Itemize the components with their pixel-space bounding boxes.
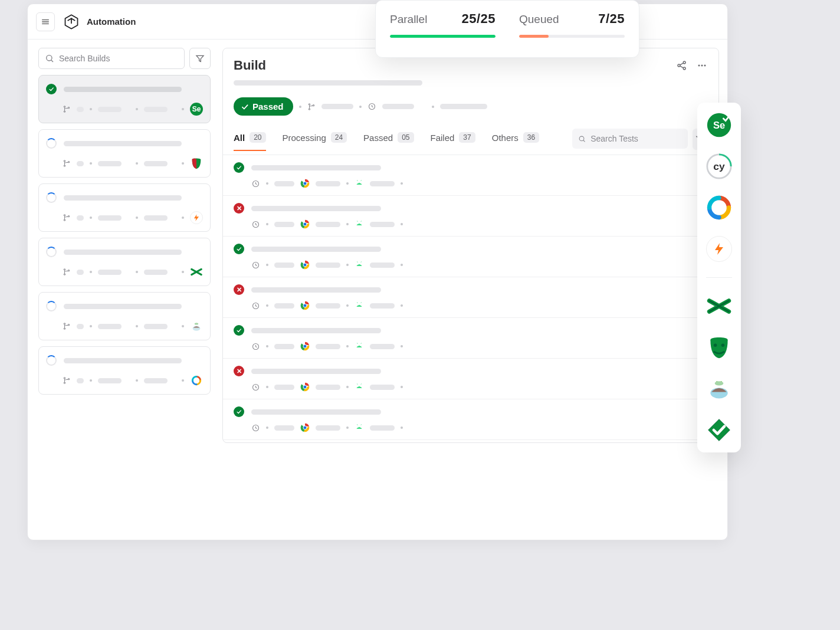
app-window: Automation	[27, 4, 728, 540]
svg-text:Se: Se	[713, 120, 725, 130]
stat-label: Parallel	[390, 13, 427, 26]
test-row[interactable]: ✕	[223, 277, 718, 318]
svg-line-51	[357, 221, 357, 222]
android-icon	[355, 301, 364, 310]
tab-count: 20	[250, 132, 265, 143]
svg-point-33	[309, 103, 310, 104]
search-tests-input[interactable]	[572, 129, 688, 149]
svg-point-85	[357, 386, 358, 387]
hamburger-icon	[41, 17, 50, 27]
svg-point-25	[678, 64, 680, 67]
build-card[interactable]	[38, 183, 211, 232]
test-row[interactable]: ✕	[223, 196, 718, 237]
search-icon	[578, 134, 586, 143]
svg-point-17	[64, 323, 65, 324]
svg-line-83	[357, 383, 357, 385]
svg-line-29	[680, 66, 684, 68]
sidebar: Se	[28, 40, 219, 540]
branch-icon	[63, 214, 71, 222]
search-builds-input[interactable]	[38, 48, 185, 69]
tab-count: 24	[331, 132, 347, 143]
app-logo	[63, 14, 80, 30]
svg-point-34	[309, 108, 310, 109]
branch-icon	[63, 268, 71, 276]
stat-value: 7/25	[598, 11, 625, 27]
svg-line-75	[357, 343, 357, 344]
branch-icon	[63, 376, 71, 385]
dock-swirl-icon[interactable]	[706, 195, 732, 221]
status-running-icon	[46, 247, 57, 257]
build-card[interactable]	[38, 346, 211, 395]
filter-builds-button[interactable]	[189, 48, 211, 69]
svg-point-37	[579, 136, 584, 141]
build-status-pill: Passed	[234, 97, 293, 116]
svg-point-14	[64, 269, 65, 270]
dock-espresso-icon[interactable]	[706, 376, 732, 402]
playwright-icon	[190, 157, 203, 170]
clock-icon	[251, 342, 260, 351]
test-row[interactable]	[223, 399, 718, 440]
build-card[interactable]	[38, 129, 211, 178]
svg-point-62	[360, 264, 360, 265]
svg-point-94	[360, 427, 360, 428]
status-running-icon	[46, 355, 57, 366]
svg-text:cy: cy	[713, 160, 725, 172]
chrome-icon	[300, 260, 310, 270]
tab-failed[interactable]: Failed 37	[431, 132, 475, 151]
framework-dock: Se cy	[697, 103, 741, 452]
svg-point-31	[701, 65, 703, 67]
search-icon	[45, 54, 54, 63]
menu-button[interactable]	[36, 12, 55, 31]
svg-point-16	[68, 270, 69, 271]
branch-icon	[307, 103, 316, 111]
dock-selenium-icon[interactable]: Se	[706, 112, 732, 138]
tab-others[interactable]: Others 36	[492, 132, 539, 151]
status-running-icon	[46, 301, 57, 311]
build-card[interactable]	[38, 238, 211, 286]
build-card[interactable]: Se	[38, 75, 211, 123]
svg-point-13	[68, 216, 69, 217]
share-icon	[676, 60, 688, 71]
dock-lightning-icon[interactable]	[706, 236, 732, 262]
svg-point-104	[715, 381, 724, 385]
svg-point-54	[360, 224, 360, 224]
filter-icon	[195, 54, 205, 63]
status-passed-icon	[234, 406, 244, 417]
build-panel: Build	[222, 48, 719, 443]
dock-check-icon[interactable]	[706, 417, 732, 443]
test-row[interactable]	[223, 318, 718, 359]
dock-playwright-icon[interactable]	[706, 334, 732, 360]
branch-icon	[63, 159, 71, 168]
dock-cypress-icon[interactable]: cy	[706, 153, 732, 179]
more-button[interactable]	[696, 60, 708, 71]
status-passed-icon	[234, 244, 244, 254]
chrome-icon	[300, 179, 310, 188]
test-row[interactable]	[223, 155, 718, 196]
tab-all[interactable]: All 20	[234, 132, 266, 151]
check-icon	[241, 103, 249, 111]
svg-line-4	[51, 60, 53, 62]
chrome-icon	[300, 301, 310, 310]
svg-point-77	[357, 346, 358, 346]
chrome-icon	[300, 342, 310, 351]
status-passed-icon	[46, 84, 57, 94]
tab-processing[interactable]: Processing 24	[283, 132, 347, 151]
svg-point-9	[64, 165, 65, 166]
build-card[interactable]	[38, 292, 211, 340]
status-passed-icon	[234, 162, 244, 173]
stats-panel: Parallel 25/25 Queued 7/25	[375, 0, 639, 58]
tab-passed[interactable]: Passed 05	[363, 132, 414, 151]
stat-label: Queued	[519, 13, 559, 26]
test-row[interactable]	[223, 237, 718, 277]
svg-point-24	[68, 379, 69, 380]
chrome-icon	[300, 423, 310, 432]
svg-point-27	[683, 67, 685, 70]
dock-browserstack-icon[interactable]	[706, 293, 732, 319]
svg-point-86	[360, 386, 360, 387]
share-button[interactable]	[676, 60, 688, 71]
svg-line-43	[357, 180, 357, 181]
dots-icon	[696, 60, 708, 71]
svg-line-91	[357, 424, 357, 425]
test-row[interactable]: ✕	[223, 359, 718, 399]
status-running-icon	[46, 138, 57, 149]
